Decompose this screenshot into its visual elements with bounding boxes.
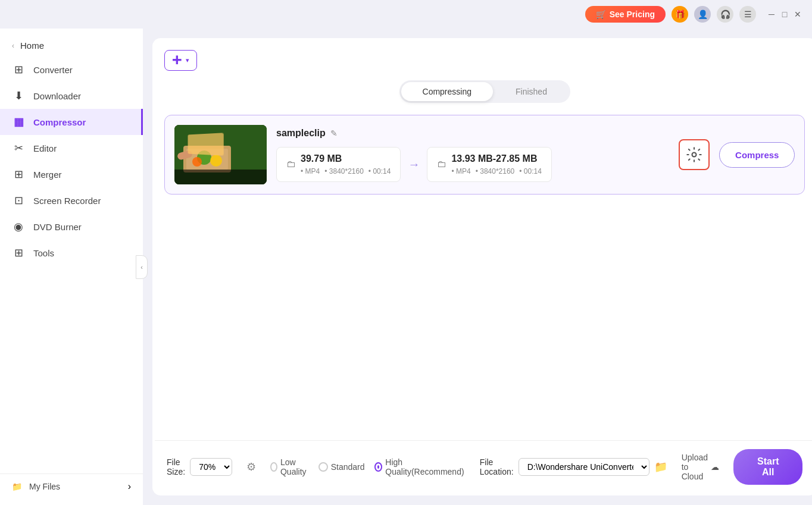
- settings-button[interactable]: 📄: [679, 139, 710, 170]
- menu-icon-button[interactable]: ☰: [739, 6, 756, 23]
- high-quality-label: High Quality(Recommend): [385, 457, 465, 476]
- original-size-value: 39.79 MB: [301, 153, 391, 164]
- output-size-box: 🗀 13.93 MB-27.85 MB MP4 3840*2160 00:14: [427, 147, 551, 182]
- panel-header: 🞣 ▾: [164, 50, 805, 71]
- cloud-icon: ☁: [711, 462, 719, 472]
- minimize-button[interactable]: ─: [767, 10, 776, 19]
- original-meta: MP4 3840*2160 00:14: [301, 167, 391, 175]
- my-files-left: 📁 My Files: [12, 482, 60, 491]
- gift-icon-button[interactable]: 🎁: [672, 6, 688, 23]
- merger-icon: ⊞: [12, 168, 25, 181]
- output-meta: MP4 3840*2160 00:14: [451, 167, 541, 175]
- start-all-button[interactable]: Start All: [733, 449, 802, 485]
- sidebar: ‹ Home ⊞ Converter ⬇ Downloader ▦ Compre…: [0, 29, 143, 505]
- tools-icon: ⊞: [12, 246, 25, 259]
- quality-options: Low Quality Standard High Quality(Recomm…: [270, 457, 466, 476]
- file-size-select[interactable]: 70% 50% 30%: [190, 458, 232, 476]
- sidebar-item-merger[interactable]: ⊞ Merger: [0, 161, 143, 187]
- standard-quality-label: Standard: [331, 462, 365, 472]
- tab-container: Compressing Finished: [399, 80, 570, 103]
- file-info: sampleclip ✎ 🗀 39.79 MB MP4 3840*2160: [276, 128, 669, 182]
- my-files-item[interactable]: 📁 My Files ›: [0, 473, 143, 499]
- sidebar-item-home[interactable]: ‹ Home: [0, 34, 143, 57]
- original-duration: 00:14: [368, 167, 391, 175]
- maximize-button[interactable]: □: [780, 10, 789, 19]
- tab-bar: Compressing Finished: [164, 80, 805, 103]
- my-files-label: My Files: [29, 482, 60, 491]
- sidebar-item-dvd-burner[interactable]: ◉ DVD Burner: [0, 214, 143, 240]
- sidebar-item-compressor[interactable]: ▦ Compressor: [0, 109, 143, 135]
- original-size-box: 🗀 39.79 MB MP4 3840*2160 00:14: [276, 147, 401, 182]
- file-name-row: sampleclip ✎: [276, 128, 669, 139]
- downloader-label: Downloader: [33, 91, 81, 101]
- screen-recorder-icon: ⊡: [12, 194, 25, 207]
- output-size-value: 13.93 MB-27.85 MB: [451, 153, 541, 164]
- add-file-plus-icon: 🞣: [172, 54, 183, 67]
- content-spacer: [164, 202, 805, 440]
- file-location-control: File Location: D:\Wondershare UniConvert…: [480, 457, 667, 476]
- low-quality-label: Low Quality: [280, 457, 309, 476]
- file-size-control: File Size: 70% 50% 30%: [167, 457, 232, 476]
- file-details-row: 🗀 39.79 MB MP4 3840*2160 00:14: [276, 147, 669, 182]
- original-resolution: 3840*2160: [324, 167, 364, 175]
- user-icon-button[interactable]: 👤: [694, 6, 711, 23]
- quality-settings-icon[interactable]: ⚙: [246, 460, 256, 473]
- file-location-select[interactable]: D:\Wondershare UniConverter 1: [519, 458, 649, 476]
- sidebar-item-tools[interactable]: ⊞ Tools: [0, 240, 143, 266]
- close-button[interactable]: ✕: [793, 10, 802, 19]
- svg-rect-7: [174, 170, 267, 184]
- editor-icon: ✂: [12, 142, 25, 155]
- dvd-burner-label: DVD Burner: [33, 222, 82, 232]
- svg-point-5: [192, 157, 202, 167]
- bottom-bar: File Size: 70% 50% 30% ⚙ Low Quality: [155, 440, 812, 493]
- original-size-info: 39.79 MB MP4 3840*2160 00:14: [301, 153, 391, 175]
- tools-label: Tools: [33, 248, 54, 258]
- editor-label: Editor: [33, 143, 57, 153]
- settings-gear-icon: [686, 146, 702, 163]
- quality-option-high[interactable]: High Quality(Recommend): [374, 457, 466, 476]
- add-file-button[interactable]: 🞣 ▾: [164, 50, 197, 71]
- main-content: 🞣 ▾ Compressing Finished: [143, 29, 812, 505]
- my-files-folder-icon: 📁: [12, 482, 22, 491]
- original-format: MP4: [301, 167, 320, 175]
- main-panel: 🞣 ▾ Compressing Finished: [152, 38, 812, 495]
- add-file-dropdown-icon: ▾: [186, 57, 189, 64]
- upload-to-cloud-button[interactable]: Upload to Cloud ☁: [682, 453, 719, 481]
- output-format: MP4: [451, 167, 470, 175]
- screen-recorder-label: Screen Recorder: [33, 196, 101, 206]
- see-pricing-button[interactable]: 🛒 See Pricing: [585, 6, 666, 23]
- file-card: sampleclip ✎ 🗀 39.79 MB MP4 3840*2160: [164, 115, 805, 195]
- file-thumbnail: [174, 125, 267, 184]
- window-controls: ─ □ ✕: [767, 10, 802, 19]
- sidebar-collapse-button[interactable]: ‹: [136, 255, 148, 279]
- chevron-left-icon: ‹: [12, 42, 14, 50]
- headphone-icon-button[interactable]: 🎧: [717, 6, 733, 23]
- home-label: Home: [20, 40, 44, 51]
- original-folder-icon: 🗀: [286, 159, 296, 170]
- converter-label: Converter: [33, 65, 73, 75]
- quality-option-standard[interactable]: Standard: [318, 462, 365, 472]
- output-resolution: 3840*2160: [476, 167, 515, 175]
- my-files-arrow-icon: ›: [128, 481, 131, 492]
- compressor-label: Compressor: [33, 117, 86, 127]
- tab-compressing[interactable]: Compressing: [401, 82, 493, 101]
- dvd-burner-icon: ◉: [12, 220, 25, 233]
- output-duration: 00:14: [519, 167, 542, 175]
- converter-icon: ⊞: [12, 63, 25, 76]
- sidebar-item-downloader[interactable]: ⬇ Downloader: [0, 83, 143, 109]
- see-pricing-label: See Pricing: [610, 10, 655, 19]
- output-size-info: 13.93 MB-27.85 MB MP4 3840*2160 00:14: [451, 153, 541, 175]
- thumbnail-svg: [174, 125, 267, 184]
- sidebar-item-screen-recorder[interactable]: ⊡ Screen Recorder: [0, 187, 143, 214]
- tab-finished[interactable]: Finished: [494, 82, 569, 101]
- browse-folder-button[interactable]: 📁: [654, 460, 667, 473]
- sidebar-item-editor[interactable]: ✂ Editor: [0, 135, 143, 161]
- compress-button[interactable]: Compress: [719, 142, 795, 168]
- thumbnail-image: [174, 125, 267, 184]
- app-body: ‹ Home ⊞ Converter ⬇ Downloader ▦ Compre…: [0, 29, 812, 505]
- edit-name-icon[interactable]: ✎: [330, 128, 338, 138]
- compressor-icon: ▦: [12, 115, 25, 128]
- upload-cloud-label: Upload to Cloud: [682, 453, 708, 481]
- quality-option-low[interactable]: Low Quality: [270, 457, 309, 476]
- sidebar-item-converter[interactable]: ⊞ Converter: [0, 57, 143, 83]
